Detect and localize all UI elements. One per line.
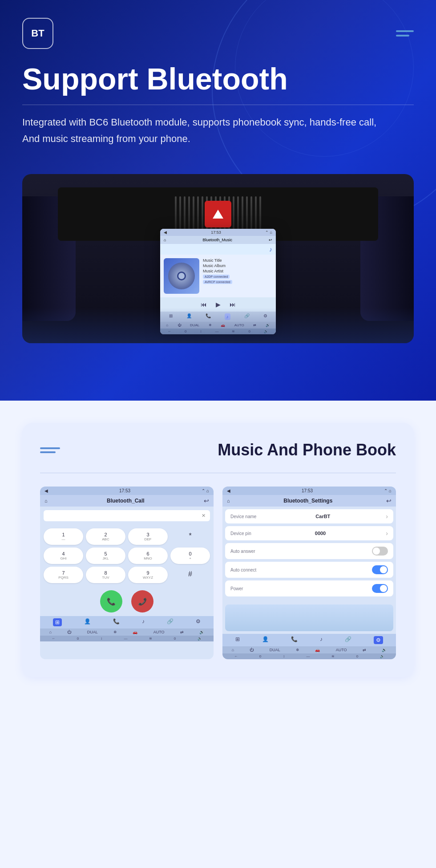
settings-vol-icon: 🔊 xyxy=(382,648,387,652)
auto-answer-label: Auto answer xyxy=(230,549,255,554)
numpad-key-0[interactable]: 0+ xyxy=(170,548,210,564)
settings-dual-label: DUAL xyxy=(270,648,280,652)
auto-connect-label: Auto connect xyxy=(230,568,256,572)
numpad-key-9[interactable]: 9WXYZ xyxy=(128,567,168,583)
settings-back-icon: ◀ xyxy=(227,488,230,493)
settings-auto-label: AUTO xyxy=(336,648,347,652)
settings-link-icon[interactable]: 🔗 xyxy=(345,636,351,644)
phone-end-icon: 📞 xyxy=(138,597,147,606)
device-name-label: Device name xyxy=(230,514,256,519)
call-screen: ◀ 17:53 ⌃ ⌂ ⌂ Bluetooth_Call ↩ ✕ 1— xyxy=(40,487,214,659)
call-vol-icon: 🔊 xyxy=(199,630,204,634)
hero-divider xyxy=(22,105,414,105)
auto-connect-toggle[interactable] xyxy=(372,565,388,574)
device-name-value: CarBT xyxy=(315,514,330,519)
call-auto-label: AUTO xyxy=(153,630,165,634)
call-search[interactable]: ✕ xyxy=(44,510,210,521)
numpad-key-6[interactable]: 6MNO xyxy=(128,548,168,564)
vent-stripe xyxy=(188,196,190,232)
screens-row: ◀ 17:53 ⌃ ⌂ ⌂ Bluetooth_Call ↩ ✕ 1— xyxy=(40,487,396,659)
bt-logo: BT xyxy=(22,18,53,49)
call-settings-icon[interactable]: ⚙ xyxy=(196,618,201,626)
numpad-key-8[interactable]: 8TUV xyxy=(86,567,125,583)
settings-zero2-label: 0 xyxy=(356,654,358,658)
vent-stripe xyxy=(233,196,234,232)
vent-stripe xyxy=(179,196,181,232)
settings-device-name-row[interactable]: Device name CarBT › xyxy=(225,509,393,523)
music-album: Music Album xyxy=(203,264,272,268)
settings-voldown-icon: 🔉 xyxy=(380,654,384,658)
vent-stripe xyxy=(246,196,248,232)
numpad-key-5[interactable]: 5JKL xyxy=(86,548,125,564)
settings-time: 17:53 xyxy=(302,488,313,493)
music-artist: Music Artist xyxy=(203,269,272,273)
settings-back-nav-icon: ↩ xyxy=(386,497,392,504)
power-toggle[interactable] xyxy=(372,584,388,593)
answer-call-button[interactable]: 📞 xyxy=(100,590,122,612)
vent-stripe xyxy=(197,196,199,232)
phone-nav: ⌂ Bluetooth_Music ↩ xyxy=(160,236,276,244)
hazard-button[interactable] xyxy=(205,201,231,227)
vent-stripe xyxy=(250,196,252,232)
settings-music-icon[interactable]: ♪ xyxy=(320,636,323,644)
card-menu-line-2 xyxy=(40,451,56,453)
numpad-key-2[interactable]: 2ABC xyxy=(86,528,125,545)
call-link-icon[interactable]: 🔗 xyxy=(167,618,174,626)
statusbar-time: 17:53 xyxy=(211,230,221,235)
statusbar-icons: ⌃ ⌂ xyxy=(265,230,272,235)
search-clear-icon[interactable]: ✕ xyxy=(202,513,206,519)
music-note-icon: ♪ xyxy=(269,246,272,253)
menu-icon[interactable] xyxy=(396,30,414,37)
numpad-key-hash[interactable]: # xyxy=(170,567,210,583)
vent-stripe xyxy=(175,196,177,232)
settings-auto-connect-row[interactable]: Auto connect xyxy=(225,562,393,578)
avrcp-badge: AVRCP connected xyxy=(203,280,232,284)
chevron-icon: › xyxy=(386,513,388,520)
a2dp-badge: A2DP connected xyxy=(203,275,230,279)
end-call-button[interactable]: 📞 xyxy=(131,590,153,612)
call-time: 17:53 xyxy=(119,488,130,493)
call-back-r2-icon: ← xyxy=(52,637,55,641)
hero-title: Support Bluetooth xyxy=(22,62,414,96)
vinyl-center xyxy=(177,272,186,280)
call-back-icon: ◀ xyxy=(44,488,48,493)
settings-contacts-icon[interactable]: 👤 xyxy=(262,636,269,644)
phone-answer-icon: 📞 xyxy=(107,597,116,606)
numpad-key-4[interactable]: 4GHI xyxy=(44,548,83,564)
settings-statusbar: ◀ 17:53 ⌃ ⌂ xyxy=(222,487,396,495)
numpad-key-1[interactable]: 1— xyxy=(44,528,83,545)
settings-home-bottom-icon: ⌂ xyxy=(232,648,234,652)
vent-stripe xyxy=(237,196,239,232)
settings-device-pin-row[interactable]: Device pin 0000 › xyxy=(225,526,393,540)
call-zero2-label: 0 xyxy=(174,637,176,641)
settings-gear-icon[interactable]: ⚙ xyxy=(374,636,383,644)
settings-menu-icon[interactable]: ⊞ xyxy=(235,636,240,644)
auto-answer-toggle[interactable] xyxy=(372,547,388,556)
power-label: Power xyxy=(230,586,243,591)
settings-power-row[interactable]: Power xyxy=(225,580,393,596)
play-icon[interactable]: ▶ xyxy=(216,301,221,308)
settings-auto-answer-row[interactable]: Auto answer xyxy=(225,543,393,559)
device-pin-label: Device pin xyxy=(230,531,251,536)
call-phone-icon[interactable]: 📞 xyxy=(113,618,120,626)
numpad-key-7[interactable]: 7PQRS xyxy=(44,567,83,583)
device-pin-value: 0000 xyxy=(315,531,326,536)
vent-stripe xyxy=(259,196,261,232)
menu-line-2 xyxy=(396,35,409,37)
settings-phone-icon[interactable]: 📞 xyxy=(291,636,298,644)
numpad-key-star[interactable]: * xyxy=(170,528,210,545)
prev-icon[interactable]: ⏮ xyxy=(201,301,207,308)
next-icon[interactable]: ⏭ xyxy=(230,301,236,308)
call-menu-icon[interactable]: ⊞ xyxy=(53,618,62,626)
card-menu-icon[interactable] xyxy=(40,447,60,453)
album-art xyxy=(164,258,199,294)
settings-snow-icon: ❄ xyxy=(296,648,299,652)
settings-slider-icon: — xyxy=(306,654,310,658)
settings-nav-title: Bluetooth_Settings xyxy=(283,498,332,504)
call-music-icon[interactable]: ♪ xyxy=(142,618,145,626)
call-bottom-bar: ⌂ ⏻ DUAL ❄ 🚗 AUTO ⇄ 🔊 xyxy=(40,629,214,636)
numpad-key-3[interactable]: 3DEF xyxy=(128,528,168,545)
call-nav: ⌂ Bluetooth_Call ↩ xyxy=(40,495,214,507)
call-contacts-icon[interactable]: 👤 xyxy=(84,618,91,626)
nav-title: Bluetooth_Music xyxy=(202,238,232,242)
